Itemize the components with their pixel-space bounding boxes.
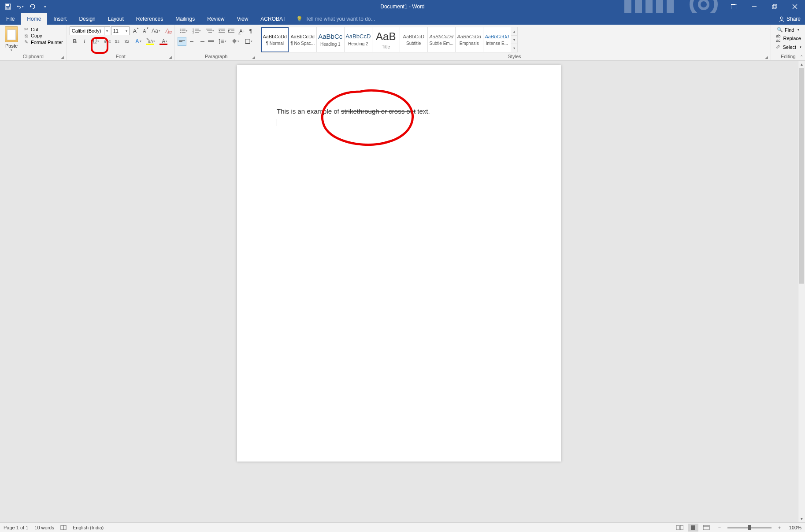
style-subtle-em-[interactable]: AaBbCcDdSubtle Em... xyxy=(427,27,456,52)
cut-button[interactable]: ✂Cut xyxy=(22,26,64,32)
format-painter-button[interactable]: ✎Format Painter xyxy=(22,39,64,45)
clear-formatting-button[interactable]: A⌫ xyxy=(163,26,172,35)
tab-references[interactable]: References xyxy=(130,13,169,25)
scroll-up-button[interactable]: ▲ xyxy=(798,61,805,68)
svg-text:3: 3 xyxy=(193,31,194,33)
close-button[interactable] xyxy=(785,0,805,13)
font-label: Font◢ xyxy=(70,54,172,59)
decrease-indent-button[interactable] xyxy=(217,26,226,35)
underline-button[interactable]: U▾ xyxy=(90,37,102,46)
font-size-combo[interactable]: 11▾ xyxy=(111,26,130,35)
style-title[interactable]: AaBTitle xyxy=(372,27,400,52)
book-icon xyxy=(60,525,67,530)
zoom-level[interactable]: 100% xyxy=(789,525,801,530)
change-case-button[interactable]: Aa▾ xyxy=(150,26,162,35)
font-color-button[interactable]: A▾ xyxy=(159,37,171,46)
align-left-button[interactable] xyxy=(178,37,186,46)
tab-insert[interactable]: Insert xyxy=(47,13,73,25)
tab-view[interactable]: View xyxy=(231,13,255,25)
grow-font-button[interactable]: A▴ xyxy=(130,26,139,35)
editing-label: Editing xyxy=(774,54,802,59)
line-spacing-button[interactable]: ▾ xyxy=(216,37,229,46)
show-hide-button[interactable]: ¶ xyxy=(246,26,255,35)
italic-button[interactable]: I xyxy=(80,37,89,46)
qat-customize-button[interactable]: ▾ xyxy=(41,3,48,10)
highlight-button[interactable]: ab✎▾ xyxy=(145,37,158,46)
select-button[interactable]: ⬀Select▾ xyxy=(774,44,802,50)
zoom-out-button[interactable]: − xyxy=(714,524,725,532)
zoom-handle[interactable] xyxy=(748,525,751,530)
multilevel-list-button[interactable]: ▾ xyxy=(204,26,216,35)
style-subtitle[interactable]: AaBbCcDSubtitle xyxy=(400,27,428,52)
quick-access-toolbar: ▾ ▾ xyxy=(0,3,53,10)
sort-button[interactable]: AZ↓ xyxy=(237,26,245,35)
text-effects-button[interactable]: A▾ xyxy=(132,37,145,46)
scrollbar-thumb[interactable] xyxy=(799,68,804,284)
maximize-button[interactable] xyxy=(764,0,785,13)
borders-button[interactable]: ▾ xyxy=(243,37,255,46)
style--no-spac-[interactable]: AaBbCcDd¶ No Spac... xyxy=(289,27,317,52)
web-layout-button[interactable] xyxy=(701,524,712,532)
styles-launcher[interactable]: ◢ xyxy=(765,55,768,59)
justify-button[interactable] xyxy=(207,37,215,46)
vertical-scrollbar[interactable]: ▲ ▼ xyxy=(798,61,805,522)
align-right-button[interactable] xyxy=(197,37,206,46)
document-scroll[interactable]: This is an example of strikethrough or c… xyxy=(0,61,798,522)
style-intense-e-[interactable]: AaBbCcDdIntense E... xyxy=(483,27,511,52)
increase-indent-button[interactable] xyxy=(227,26,236,35)
bold-button[interactable]: B xyxy=(70,37,79,46)
zoom-in-button[interactable]: + xyxy=(774,524,785,532)
text-cursor xyxy=(277,119,277,126)
ribbon-display-options-button[interactable] xyxy=(724,0,744,13)
scrollbar-track[interactable] xyxy=(798,68,805,515)
zoom-slider[interactable] xyxy=(727,527,772,528)
subscript-button[interactable]: x2 xyxy=(113,37,122,46)
paste-button[interactable]: Paste ▾ xyxy=(3,26,20,52)
document-page[interactable]: This is an example of strikethrough or c… xyxy=(237,65,561,462)
save-button[interactable] xyxy=(4,3,11,10)
tab-review[interactable]: Review xyxy=(201,13,230,25)
style-heading-2[interactable]: AaBbCcDHeading 2 xyxy=(344,27,372,52)
text-before: This is an example of xyxy=(277,107,341,115)
redo-button[interactable] xyxy=(29,3,36,10)
copy-button[interactable]: ⎘Copy xyxy=(22,33,64,38)
share-button[interactable]: Share xyxy=(779,13,801,25)
strikethrough-button[interactable]: abc xyxy=(103,37,112,46)
bullets-button[interactable]: ▾ xyxy=(178,26,190,35)
paragraph-launcher[interactable]: ◢ xyxy=(252,55,255,59)
undo-button[interactable]: ▾ xyxy=(17,3,24,10)
find-button[interactable]: 🔍Find▾ xyxy=(776,26,800,33)
shrink-font-button[interactable]: A▾ xyxy=(140,26,149,35)
styles-more-button[interactable]: ▴▾▾ xyxy=(511,27,518,52)
tab-home[interactable]: Home xyxy=(21,13,47,25)
scroll-down-button[interactable]: ▼ xyxy=(798,515,805,522)
tab-mailings[interactable]: Mailings xyxy=(169,13,201,25)
svg-rect-2 xyxy=(6,7,10,9)
page-count[interactable]: Page 1 of 1 xyxy=(4,525,28,530)
document-title: Document1 - Word xyxy=(380,4,424,10)
tell-me-search[interactable]: 💡 Tell me what you want to do... xyxy=(296,13,375,25)
svg-point-22 xyxy=(180,32,181,33)
replace-button[interactable]: abacReplace xyxy=(775,33,802,43)
style-emphasis[interactable]: AaBbCcDdEmphasis xyxy=(455,27,483,52)
clipboard-launcher[interactable]: ◢ xyxy=(61,55,64,59)
shading-button[interactable]: ▾ xyxy=(230,37,242,46)
align-center-button[interactable] xyxy=(187,37,196,46)
style--normal[interactable]: AaBbCcDd¶ Normal xyxy=(261,27,289,52)
language-button[interactable]: English (India) xyxy=(73,525,104,530)
style-heading-1[interactable]: AaBbCcHeading 1 xyxy=(316,27,345,52)
print-layout-button[interactable] xyxy=(688,524,698,532)
tab-file[interactable]: File xyxy=(0,13,21,25)
tab-design[interactable]: Design xyxy=(73,13,101,25)
numbering-button[interactable]: 123▾ xyxy=(191,26,203,35)
word-count[interactable]: 10 words xyxy=(34,525,54,530)
spell-check-button[interactable] xyxy=(60,525,67,530)
read-mode-button[interactable] xyxy=(675,524,685,532)
collapse-ribbon-button[interactable]: ⌃ xyxy=(800,55,803,59)
minimize-button[interactable] xyxy=(744,0,764,13)
superscript-button[interactable]: x2 xyxy=(122,37,131,46)
font-launcher[interactable]: ◢ xyxy=(169,55,172,59)
tab-layout[interactable]: Layout xyxy=(102,13,130,25)
font-name-combo[interactable]: Calibri (Body)▾ xyxy=(70,26,110,35)
tab-acrobat[interactable]: ACROBAT xyxy=(254,13,292,25)
